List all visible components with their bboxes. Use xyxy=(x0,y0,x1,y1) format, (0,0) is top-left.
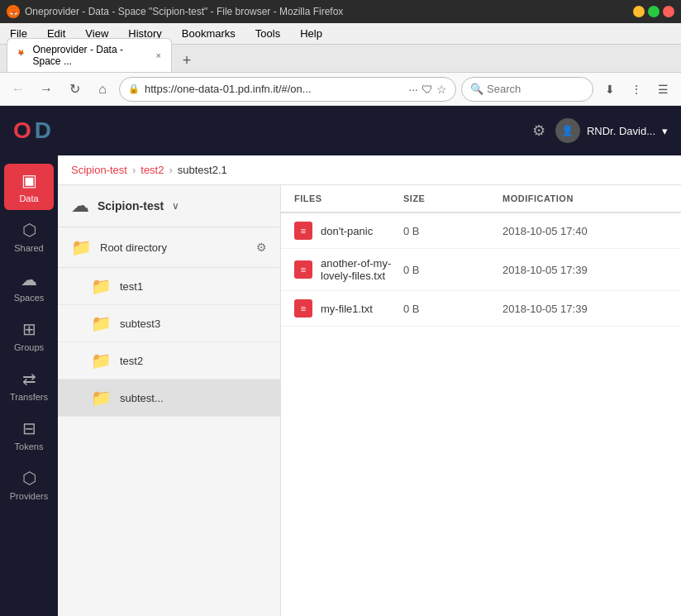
sidebar-item-subtest[interactable]: 📁 subtest... xyxy=(58,380,280,417)
tab-favicon: 🦊 xyxy=(17,50,28,61)
minimize-button[interactable] xyxy=(633,6,645,17)
sidebar-item-groups[interactable]: ⊞ Groups xyxy=(4,313,54,359)
browser-titlebar: 🦊 Oneprovider - Data - Space "Scipion-te… xyxy=(0,0,681,23)
cloud-icon: ☁ xyxy=(71,195,89,217)
breadcrumb-sep-2: › xyxy=(169,164,172,176)
avatar: 👤 xyxy=(555,118,580,143)
sidebar-item-test1[interactable]: 📁 test1 xyxy=(58,268,280,305)
menu-bookmarks[interactable]: Bookmarks xyxy=(179,26,239,41)
user-chevron-icon: ▾ xyxy=(662,125,668,137)
sidebar-item-data[interactable]: ▣ Data xyxy=(4,164,54,210)
extensions-button[interactable]: ⋮ xyxy=(625,78,648,101)
reload-button[interactable]: ↻ xyxy=(63,78,86,101)
file-date: 2018-10-05 17:39 xyxy=(502,264,668,276)
tokens-icon: ⊟ xyxy=(22,418,36,438)
right-area: Scipion-test › test2 › subtest2.1 ☁ Scip… xyxy=(58,155,681,616)
logo-o: O xyxy=(13,117,31,144)
browser-tab[interactable]: 🦊 Oneprovider - Data - Space ... × xyxy=(7,38,172,72)
app-header-right: ⚙ 👤 RNDr. David... ▾ xyxy=(532,118,668,143)
settings-gear-icon[interactable]: ⚙ xyxy=(532,122,545,140)
file-name-cell: don't-panic xyxy=(294,222,403,240)
file-date: 2018-10-05 17:40 xyxy=(502,225,668,237)
folder-icon-test1: 📁 xyxy=(91,276,112,296)
home-button[interactable]: ⌂ xyxy=(91,78,114,101)
sidebar-item-label-shared: Shared xyxy=(14,243,43,253)
groups-icon: ⊞ xyxy=(22,319,36,339)
file-type-icon xyxy=(294,222,312,240)
sidebar-item-spaces[interactable]: ☁ Spaces xyxy=(4,263,54,309)
sidebar-item-label-transfers: Transfers xyxy=(10,392,48,402)
sidebar-item-label-groups: Groups xyxy=(14,342,44,352)
app-header: O D ⚙ 👤 RNDr. David... ▾ xyxy=(0,106,681,155)
user-name-label: RNDr. David... xyxy=(587,125,655,137)
browser-search-input[interactable] xyxy=(487,83,584,95)
breadcrumb: Scipion-test › test2 › subtest2.1 xyxy=(58,155,681,185)
file-type-icon xyxy=(294,299,312,318)
search-icon: 🔍 xyxy=(470,83,483,95)
sidebar-space-header[interactable]: ☁ Scipion-test ∨ xyxy=(58,185,280,227)
tab-close-button[interactable]: × xyxy=(156,50,161,60)
file-name: my-file1.txt xyxy=(321,303,373,315)
sidebar-item-shared[interactable]: ⬡ Shared xyxy=(4,213,54,260)
file-type-icon xyxy=(294,260,312,279)
files-col-header: FILES xyxy=(294,193,403,203)
space-name-label: Scipion-test xyxy=(98,199,164,212)
toolbar-icons: ⬇ ⋮ ☰ xyxy=(598,78,674,101)
sidebar-item-label-providers: Providers xyxy=(10,491,48,501)
shield-icon: 🛡 xyxy=(421,83,433,96)
table-row[interactable]: don't-panic 0 B 2018-10-05 17:40 xyxy=(281,213,681,249)
address-actions: ··· 🛡 ☆ xyxy=(408,83,447,96)
root-settings-icon[interactable]: ⚙ xyxy=(256,241,267,254)
browser-toolbar: ← → ↻ ⌂ 🔒 https://one-data-01.pd.infn.it… xyxy=(0,73,681,106)
file-list-header: FILES SIZE MODIFICATION xyxy=(281,185,681,213)
browser-favicon: 🦊 xyxy=(7,5,20,18)
size-col-header: SIZE xyxy=(403,193,502,203)
root-directory-label: Root directory xyxy=(100,241,167,254)
sidebar-item-subtest3[interactable]: 📁 subtest3 xyxy=(58,305,280,342)
sidebar-item-label-data: Data xyxy=(19,193,38,203)
breadcrumb-link-scipion[interactable]: Scipion-test xyxy=(71,164,127,176)
sidebar-item-tokens[interactable]: ⊟ Tokens xyxy=(4,412,54,458)
app-logo: O D xyxy=(13,117,51,144)
sidebar-item-transfers[interactable]: ⇄ Transfers xyxy=(4,362,54,408)
sidebar-item-label-spaces: Spaces xyxy=(14,293,45,303)
browser-search-box[interactable]: 🔍 xyxy=(461,77,593,102)
address-bar[interactable]: 🔒 https://one-data-01.pd.infn.it/#/on...… xyxy=(119,77,456,102)
maximize-button[interactable] xyxy=(648,6,660,17)
download-button[interactable]: ⬇ xyxy=(598,78,621,101)
security-icon: 🔒 xyxy=(128,84,140,94)
file-sidebar: ☁ Scipion-test ∨ 📁 Root directory ⚙ 📁 te… xyxy=(58,185,281,616)
sidebar-label-subtest3: subtest3 xyxy=(120,318,160,330)
sidebar-item-label-tokens: Tokens xyxy=(15,442,44,451)
back-button[interactable]: ← xyxy=(7,78,30,101)
root-folder-icon: 📁 xyxy=(71,237,92,257)
space-chevron-icon: ∨ xyxy=(172,200,179,212)
breadcrumb-link-test2[interactable]: test2 xyxy=(140,164,164,176)
sidebar-root-directory[interactable]: 📁 Root directory ⚙ xyxy=(58,227,280,268)
file-list: FILES SIZE MODIFICATION don't-panic 0 B … xyxy=(281,185,681,616)
hamburger-menu-button[interactable]: ☰ xyxy=(651,78,674,101)
new-tab-button[interactable]: + xyxy=(175,49,198,72)
sidebar-item-test2[interactable]: 📁 test2 xyxy=(58,342,280,380)
close-button[interactable] xyxy=(663,6,674,17)
browser-title: Oneprovider - Data - Space "Scipion-test… xyxy=(25,6,628,17)
breadcrumb-current: subtest2.1 xyxy=(178,164,227,176)
table-row[interactable]: another-of-my-lovely-files.txt 0 B 2018-… xyxy=(281,249,681,291)
bookmark-icon[interactable]: ☆ xyxy=(436,83,447,96)
main-layout: ▣ Data ⬡ Shared ☁ Spaces ⊞ Groups ⇄ Tran… xyxy=(0,155,681,616)
menu-tools[interactable]: Tools xyxy=(252,26,283,41)
forward-button[interactable]: → xyxy=(35,78,58,101)
user-menu[interactable]: 👤 RNDr. David... ▾ xyxy=(555,118,668,143)
menu-help[interactable]: Help xyxy=(297,26,326,41)
table-row[interactable]: my-file1.txt 0 B 2018-10-05 17:39 xyxy=(281,291,681,327)
content-area: ☁ Scipion-test ∨ 📁 Root directory ⚙ 📁 te… xyxy=(58,185,681,616)
tab-bar: 🦊 Oneprovider - Data - Space ... × + xyxy=(0,45,681,73)
sidebar-label-test2: test2 xyxy=(120,355,143,367)
url-display: https://one-data-01.pd.infn.it/#/on... xyxy=(145,83,403,95)
file-name: another-of-my-lovely-files.txt xyxy=(321,257,403,282)
more-info-button[interactable]: ··· xyxy=(408,83,418,96)
sidebar-item-providers[interactable]: ⬡ Providers xyxy=(4,461,54,508)
file-name-cell: another-of-my-lovely-files.txt xyxy=(294,257,403,282)
mod-col-header: MODIFICATION xyxy=(502,193,668,203)
app-content: O D ⚙ 👤 RNDr. David... ▾ ▣ Data ⬡ Shared xyxy=(0,106,681,616)
